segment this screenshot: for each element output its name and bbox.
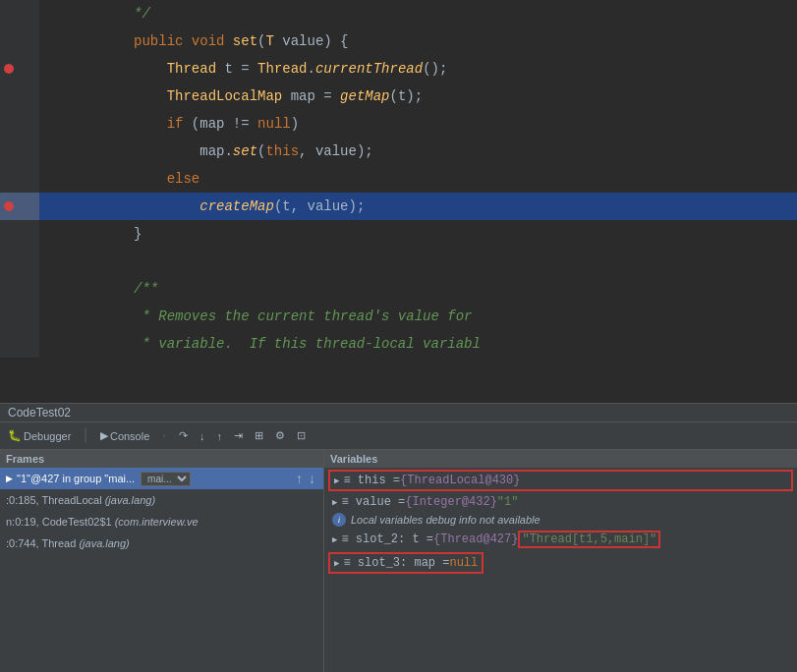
variables-title: Variables bbox=[330, 453, 377, 465]
console-tab[interactable]: ▶ Console bbox=[96, 428, 153, 443]
variable-this-row[interactable]: ≡ this = {ThreadLocal@430} bbox=[328, 470, 793, 491]
step-into-button[interactable]: ↓ bbox=[196, 429, 209, 443]
evaluate-button[interactable]: ⊞ bbox=[251, 428, 267, 443]
variable-info-row: i Local variables debug info not availab… bbox=[324, 511, 797, 529]
gutter bbox=[0, 303, 39, 330]
frame-nav-arrows: ↑ ↓ bbox=[294, 471, 317, 486]
variable-value-row[interactable]: ≡ value = {Integer@432} "1" bbox=[324, 493, 797, 511]
panel-title: CodeTest02 bbox=[8, 406, 71, 420]
frame-thread-dropdown[interactable]: mai... bbox=[141, 472, 191, 486]
console-icon: ▶ bbox=[100, 429, 108, 442]
debugger-label: Debugger bbox=[24, 430, 71, 442]
gutter bbox=[0, 83, 39, 110]
line-content: * variable. If this thread-local variabl bbox=[39, 303, 481, 385]
gutter bbox=[0, 330, 39, 358]
var-info-text: Local variables debug info not available bbox=[351, 514, 541, 526]
step-over-button[interactable]: ↷ bbox=[175, 428, 192, 443]
settings-button[interactable]: ⚙ bbox=[271, 428, 289, 443]
frame-label: :0:744, Thread (java.lang) bbox=[6, 537, 130, 549]
debugger-tab[interactable]: 🐛 Debugger bbox=[4, 428, 75, 443]
nav-down-arrow[interactable]: ↓ bbox=[307, 471, 317, 486]
var-name-value: ≡ value = bbox=[341, 495, 405, 509]
expand-arrow-icon[interactable] bbox=[332, 497, 337, 508]
code-editor: */ public void set(T value) { Thread t =… bbox=[0, 0, 797, 403]
gutter bbox=[0, 275, 39, 303]
breakpoint-indicator[interactable] bbox=[4, 201, 14, 211]
frame-item[interactable]: ▶ "1"@427 in group "mai... mai... ↑ ↓ bbox=[0, 468, 323, 489]
variable-slot3-row[interactable]: ≡ slot_3: map = null bbox=[328, 552, 484, 574]
expand-arrow-icon[interactable] bbox=[332, 534, 337, 545]
variables-list: ≡ this = {ThreadLocal@430} ≡ value = {In… bbox=[324, 468, 797, 672]
gutter bbox=[0, 248, 39, 275]
var-value-str: "1" bbox=[497, 495, 519, 509]
gutter bbox=[0, 220, 39, 248]
info-icon: i bbox=[332, 513, 346, 527]
frame-item[interactable]: n:0:19, CodeTest02$1 (com.interview.ve bbox=[0, 511, 323, 532]
bottom-panel: CodeTest02 🐛 Debugger | ▶ Console · ↷ ↓ … bbox=[0, 403, 797, 672]
panel-content: Frames ▶ "1"@427 in group "mai... mai...… bbox=[0, 450, 797, 672]
variables-header: Variables bbox=[324, 450, 797, 468]
gutter bbox=[0, 110, 39, 138]
code-line: * variable. If this thread-local variabl bbox=[0, 330, 797, 358]
debugger-icon: 🐛 bbox=[8, 429, 22, 442]
gutter bbox=[0, 0, 39, 28]
toolbar-row: 🐛 Debugger | ▶ Console · ↷ ↓ ↑ ⇥ ⊞ ⚙ ⊡ bbox=[0, 422, 797, 450]
var-value-this: {ThreadLocal@430} bbox=[400, 474, 520, 487]
var-name-slot2: ≡ slot_2: t = bbox=[341, 532, 433, 546]
var-value-value: {Integer@432} bbox=[405, 495, 497, 509]
frames-header: Frames bbox=[0, 450, 323, 468]
var-name-slot3: ≡ slot_3: map = bbox=[343, 556, 449, 570]
code-line: } bbox=[0, 220, 797, 248]
var-value-thread-str: "Thread[t1,5,main]" bbox=[518, 531, 660, 548]
frame-label: "1"@427 in group "mai... bbox=[17, 473, 135, 484]
gutter bbox=[0, 165, 39, 193]
var-value-null: null bbox=[449, 556, 478, 570]
var-value-slot2: {Thread@427} bbox=[433, 532, 518, 546]
gutter bbox=[0, 28, 39, 55]
gutter bbox=[0, 138, 39, 165]
gutter bbox=[0, 55, 39, 83]
frame-label: n:0:19, CodeTest02$1 (com.interview.ve bbox=[6, 516, 199, 528]
gutter bbox=[0, 193, 39, 220]
nav-up-arrow[interactable]: ↑ bbox=[294, 471, 305, 486]
breakpoint-indicator[interactable] bbox=[4, 64, 14, 74]
variable-slot2-row[interactable]: ≡ slot_2: t = {Thread@427} "Thread[t1,5,… bbox=[324, 529, 797, 550]
frame-expand-icon: ▶ bbox=[6, 474, 13, 483]
frame-label: :0:185, ThreadLocal (java.lang) bbox=[6, 494, 155, 506]
step-out-button[interactable]: ↑ bbox=[212, 429, 226, 443]
frame-item[interactable]: :0:744, Thread (java.lang) bbox=[0, 532, 323, 554]
restore-button[interactable]: ⊡ bbox=[293, 428, 310, 443]
console-label: Console bbox=[110, 430, 149, 442]
var-name-this: ≡ this = bbox=[343, 474, 400, 487]
expand-arrow-icon[interactable] bbox=[334, 476, 339, 486]
frames-list: ▶ "1"@427 in group "mai... mai... ↑ ↓ :0… bbox=[0, 468, 323, 672]
expand-arrow-icon[interactable] bbox=[334, 558, 339, 569]
variables-panel: Variables ≡ this = {ThreadLocal@430} ≡ v… bbox=[324, 450, 797, 672]
run-to-cursor-button[interactable]: ⇥ bbox=[230, 428, 247, 443]
panel-title-bar: CodeTest02 bbox=[0, 404, 797, 422]
frames-panel: Frames ▶ "1"@427 in group "mai... mai...… bbox=[0, 450, 324, 672]
frames-title: Frames bbox=[6, 453, 44, 465]
frame-item[interactable]: :0:185, ThreadLocal (java.lang) bbox=[0, 489, 323, 511]
